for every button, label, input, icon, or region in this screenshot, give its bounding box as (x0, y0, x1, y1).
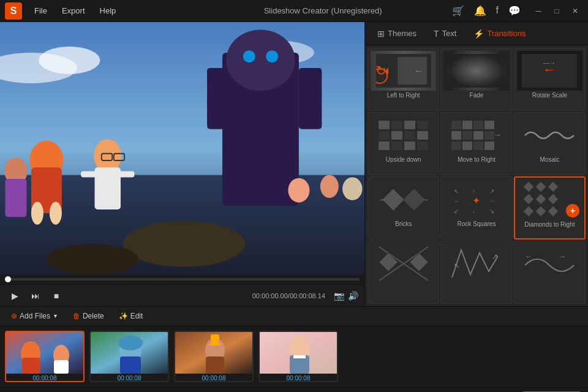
minimize-button[interactable]: ─ (530, 4, 546, 18)
chat-icon[interactable]: 💬 (508, 5, 521, 17)
thumb-image-1 (91, 332, 168, 374)
add-files-button[interactable]: ⊕ Add Files ▼ (5, 309, 64, 323)
svg-text:→: → (559, 252, 566, 261)
svg-rect-47 (404, 141, 415, 150)
svg-rect-58 (451, 141, 461, 150)
svg-point-23 (288, 178, 309, 203)
transition-bottom-2[interactable]: ↖ ↗ (440, 241, 512, 304)
transition-bricks[interactable]: ← → Bricks (368, 176, 439, 239)
timeline-item-3[interactable]: 00:00:08 (258, 331, 338, 382)
thumb-image-3 (260, 332, 337, 374)
stop-button[interactable]: ■ (48, 287, 65, 304)
transition-mosaic[interactable]: Mosaic (514, 112, 586, 175)
edit-icon: ✨ (119, 312, 128, 320)
tab-transitions[interactable]: ⚡ Transitions (466, 25, 533, 42)
app-title: Slideshow Creator (Unregistered) (194, 6, 452, 15)
svg-rect-52 (473, 121, 483, 129)
menu-help[interactable]: Help (94, 4, 123, 18)
timeline-item-0[interactable]: 00:00:08 (5, 331, 85, 382)
svg-text:↗: ↗ (489, 188, 494, 195)
svg-point-25 (342, 177, 362, 200)
close-button[interactable]: ✕ (567, 4, 583, 18)
svg-rect-45 (379, 141, 390, 150)
svg-rect-56 (473, 131, 483, 140)
svg-rect-6 (207, 68, 230, 129)
add-transition-badge[interactable]: + (566, 204, 579, 217)
svg-rect-97 (522, 244, 577, 284)
preview-bottom-1 (371, 244, 436, 284)
svg-text:↖: ↖ (454, 188, 459, 195)
transition-move-to-right[interactable]: → Move to Right (440, 112, 512, 175)
svg-rect-7 (299, 68, 322, 129)
svg-text:←: ← (414, 66, 424, 76)
svg-rect-60 (473, 141, 483, 150)
svg-text:→: → (489, 197, 496, 204)
svg-rect-37 (379, 121, 390, 129)
seekbar[interactable] (5, 278, 360, 281)
transition-rock-squares[interactable]: ↖ ↑ ↗ ← ✦ → ↙ ↓ ↘ Rock Squares (440, 176, 512, 239)
preview-rock-squares: ↖ ↑ ↗ ← ✦ → ↙ ↓ ↘ (443, 179, 509, 219)
thumb-label-1: 00:00:08 (91, 374, 168, 382)
svg-rect-16 (95, 167, 121, 209)
transition-upside-down[interactable]: Upside down (368, 112, 439, 175)
label-upside-down: Upside down (386, 156, 421, 163)
delete-icon: 🗑 (73, 312, 80, 320)
svg-rect-18 (119, 171, 135, 177)
media-icons: 📷 🔊 (334, 291, 358, 301)
transition-fade[interactable]: Fade (440, 48, 512, 111)
bell-icon[interactable]: 🔔 (474, 5, 486, 17)
add-files-icon: ⊕ (11, 312, 17, 320)
preview-mosaic (517, 115, 582, 155)
timeline-item-2[interactable]: 00:00:08 (174, 331, 254, 382)
label-bricks: Bricks (395, 221, 412, 227)
svg-rect-51 (462, 121, 472, 129)
transition-bottom-1[interactable] (368, 241, 439, 304)
svg-rect-102 (22, 358, 40, 374)
facebook-icon[interactable]: f (496, 5, 499, 17)
svg-rect-39 (404, 121, 415, 129)
text-icon: T (434, 29, 439, 39)
svg-text:→: → (422, 195, 429, 204)
svg-rect-42 (391, 131, 402, 140)
timeline-item-1[interactable]: 00:00:08 (89, 331, 169, 382)
thumb-label-2: 00:00:08 (175, 374, 252, 382)
volume-icon[interactable]: 🔊 (348, 291, 358, 301)
video-preview (0, 22, 364, 274)
svg-rect-53 (484, 121, 494, 129)
transition-diamonds-to-right[interactable]: + Diamonds to Right (514, 176, 586, 239)
cart-icon[interactable]: 🛒 (452, 5, 464, 17)
transition-rotate-scale[interactable]: ← —→ Rotate Scale (514, 48, 586, 111)
svg-point-14 (50, 202, 62, 224)
tab-themes[interactable]: ⊞ Themes (370, 25, 424, 42)
svg-rect-46 (391, 141, 402, 150)
svg-point-26 (123, 221, 246, 267)
svg-point-8 (226, 29, 295, 91)
preview-left-to-right: ← (371, 51, 436, 91)
svg-rect-113 (211, 334, 219, 341)
seekbar-area[interactable] (0, 274, 364, 284)
panel-tabs: ⊞ Themes T Text ⚡ Transitions (365, 22, 588, 45)
screenshot-icon[interactable]: 📷 (334, 291, 344, 301)
menu-export[interactable]: Export (56, 4, 91, 18)
svg-rect-61 (484, 141, 494, 150)
svg-text:↑: ↑ (472, 188, 475, 195)
svg-rect-32 (449, 54, 504, 88)
seekbar-dot[interactable] (5, 276, 11, 282)
app-logo: S (5, 2, 22, 20)
svg-rect-44 (417, 131, 428, 140)
svg-point-3 (39, 47, 100, 74)
transition-left-to-right[interactable]: ← Left to Right (368, 48, 439, 111)
menu-file[interactable]: File (28, 4, 53, 18)
label-mosaic: Mosaic (540, 156, 559, 163)
label-left-to-right: Left to Right (387, 92, 420, 99)
delete-button[interactable]: 🗑 Delete (67, 309, 110, 323)
svg-text:←: ← (379, 195, 386, 204)
next-button[interactable]: ⏭ (27, 287, 44, 304)
transition-bottom-3[interactable]: → ← (514, 241, 586, 304)
edit-button[interactable]: ✨ Edit (113, 309, 149, 323)
svg-text:↓: ↓ (472, 208, 475, 214)
play-button[interactable]: ▶ (6, 287, 23, 304)
maximize-button[interactable]: □ (549, 4, 565, 18)
preview-rotate-scale: ← —→ (517, 51, 582, 91)
tab-text[interactable]: T Text (426, 25, 464, 42)
